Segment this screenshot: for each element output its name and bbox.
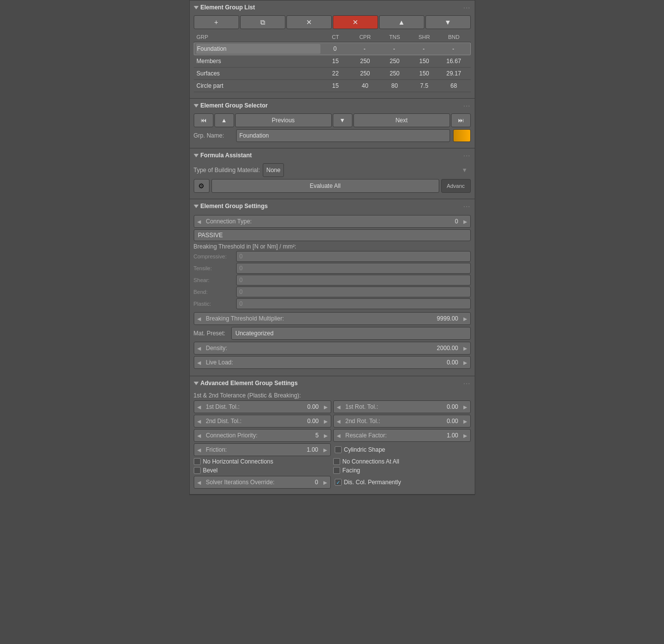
passive-label: PASSIVE [194, 229, 471, 241]
no-connections-at-all-checkbox[interactable] [333, 458, 340, 465]
rot-tol-1-arrow-left[interactable]: ◀ [334, 401, 344, 413]
close-group-button[interactable]: ✕ [286, 15, 332, 29]
rot-tol-2-arrow-right[interactable]: ▶ [460, 415, 470, 427]
rescale-factor-label: Rescale Factor: [344, 432, 387, 439]
btm-arrow-right[interactable]: ▶ [460, 313, 470, 324]
collapse-icon[interactable] [194, 382, 199, 385]
advanced-button[interactable]: Advanc [441, 179, 471, 193]
next-ff-button[interactable]: ⏭ [451, 113, 471, 127]
element-group-selector-section: Element Group Selector ··· ⏮ ▲ Previous … [190, 99, 475, 148]
rescale-factor-arrow-right[interactable]: ▶ [460, 429, 470, 441]
rot-tol-2-field: ◀ 2nd Rot. Tol.: 0.00 ▶ [333, 415, 471, 428]
cell-cpr-0: - [350, 44, 380, 54]
connection-priority-arrow-left[interactable]: ◀ [194, 429, 204, 441]
move-up-button[interactable]: ▲ [379, 15, 424, 29]
cell-cpr-2: 250 [350, 69, 380, 78]
add-group-button[interactable]: + [194, 15, 239, 29]
density-arrow-right[interactable]: ▶ [460, 342, 470, 354]
material-type-label: Type of Building Material: [194, 167, 260, 174]
section-menu-icon[interactable]: ··· [463, 3, 471, 11]
shear-input[interactable] [236, 275, 471, 286]
dist-tol-1-arrow-left[interactable]: ◀ [194, 401, 204, 413]
advanced-settings-section: Advanced Element Group Settings ··· 1st … [190, 376, 475, 495]
cylindric-shape-checkbox[interactable] [335, 446, 342, 453]
element-group-settings-header: Element Group Settings ··· [190, 199, 475, 212]
dis-col-permanently-checkbox[interactable] [335, 479, 342, 486]
plastic-input[interactable] [236, 298, 471, 309]
btm-arrow-left[interactable]: ◀ [194, 313, 204, 324]
tolerance-row-1: ◀ 1st Dist. Tol.: 0.00 ▶ ◀ 1st Rot. Tol.… [194, 400, 471, 413]
dist-tol-2-arrow-left[interactable]: ◀ [194, 415, 204, 427]
table-row[interactable]: Foundation 0 - - - - [194, 42, 471, 55]
bevel-facing-row: Bevel Facing [194, 467, 471, 474]
grp-name-input[interactable] [236, 129, 450, 142]
grp-name-row: Grp. Name: [194, 129, 471, 142]
collapse-icon[interactable] [194, 154, 199, 157]
rot-tol-2-arrow-left[interactable]: ◀ [334, 415, 344, 427]
live-load-arrow-left[interactable]: ◀ [194, 357, 204, 368]
table-row[interactable]: Members 15 250 250 150 16.67 [194, 55, 471, 68]
no-horizontal-connections-item: No Horizontal Connections [194, 458, 331, 465]
friction-arrow-left[interactable]: ◀ [194, 444, 204, 456]
section-menu-icon[interactable]: ··· [463, 102, 471, 109]
first-button[interactable]: ⏮ [194, 113, 213, 127]
friction-value: 1.00 [227, 446, 320, 453]
cell-grp-1: Members [196, 56, 321, 66]
collapse-icon[interactable] [194, 205, 199, 208]
no-horizontal-connections-checkbox[interactable] [194, 458, 201, 465]
connection-type-arrow-right[interactable]: ▶ [460, 215, 470, 227]
evaluate-all-button[interactable]: Evaluate All [211, 179, 439, 193]
collapse-icon[interactable] [194, 6, 199, 9]
connection-type-value: 0 [252, 218, 460, 225]
next-button[interactable]: Next [353, 113, 450, 127]
solver-iterations-arrow-left[interactable]: ◀ [194, 476, 204, 488]
cell-tns-0: - [380, 44, 409, 54]
table-row[interactable]: Surfaces 22 250 250 150 29.17 [194, 68, 471, 80]
element-group-list-title: Element Group List [194, 4, 255, 11]
section-menu-icon[interactable]: ··· [463, 379, 471, 387]
prev-down-button[interactable]: ▼ [333, 113, 352, 127]
rescale-factor-arrow-left[interactable]: ◀ [334, 429, 344, 441]
collapse-icon[interactable] [194, 104, 199, 107]
cell-ct-3: 15 [321, 81, 350, 91]
breaking-threshold-title: Breaking Threshold in [N or Nm] / mm²: [194, 243, 471, 250]
gear-button[interactable]: ⚙ [194, 179, 210, 193]
cell-shr-0: - [409, 44, 439, 54]
delete-group-button[interactable]: ✕ [333, 15, 378, 29]
connection-type-label: Connection Type: [204, 218, 252, 225]
dist-tol-1-arrow-right[interactable]: ▶ [321, 401, 331, 413]
col-header-grp: GRP [196, 33, 321, 41]
live-load-label: Live Load: [204, 359, 233, 366]
tensile-input[interactable] [236, 263, 471, 274]
btm-value: 9999.00 [284, 315, 460, 322]
bend-input[interactable] [236, 286, 471, 297]
facing-checkbox[interactable] [333, 467, 340, 474]
color-picker-button[interactable] [453, 129, 471, 142]
connection-priority-arrow-right[interactable]: ▶ [321, 429, 331, 441]
col-header-cpr: CPR [350, 33, 380, 41]
col-header-bnd: BND [439, 33, 469, 41]
material-type-select[interactable]: None [263, 163, 284, 177]
section-menu-icon[interactable]: ··· [463, 151, 471, 159]
compressive-input[interactable] [236, 251, 471, 262]
previous-button[interactable]: Previous [235, 113, 332, 127]
friction-arrow-right[interactable]: ▶ [320, 444, 330, 456]
prev-up-button[interactable]: ▲ [214, 113, 234, 127]
bevel-checkbox[interactable] [194, 467, 201, 474]
section-menu-icon[interactable]: ··· [463, 202, 471, 210]
cell-bnd-3: 68 [439, 81, 469, 91]
duplicate-group-button[interactable]: ⧉ [240, 15, 285, 29]
col-header-tns: TNS [380, 33, 410, 41]
cell-tns-3: 80 [380, 81, 410, 91]
table-row[interactable]: Circle part 15 40 80 7.5 68 [194, 80, 471, 92]
cell-bnd-2: 29.17 [439, 69, 469, 78]
density-arrow-left[interactable]: ◀ [194, 342, 204, 354]
dist-tol-2-arrow-right[interactable]: ▶ [321, 415, 331, 427]
move-down-button[interactable]: ▼ [425, 15, 471, 29]
formula-assistant-section: Formula Assistant ··· Type of Building M… [190, 148, 475, 199]
live-load-arrow-right[interactable]: ▶ [460, 357, 470, 368]
solver-iterations-arrow-right[interactable]: ▶ [320, 476, 330, 488]
dist-tol-1-value: 0.00 [240, 403, 321, 410]
rot-tol-1-arrow-right[interactable]: ▶ [460, 401, 470, 413]
connection-type-arrow-left[interactable]: ◀ [194, 215, 204, 227]
